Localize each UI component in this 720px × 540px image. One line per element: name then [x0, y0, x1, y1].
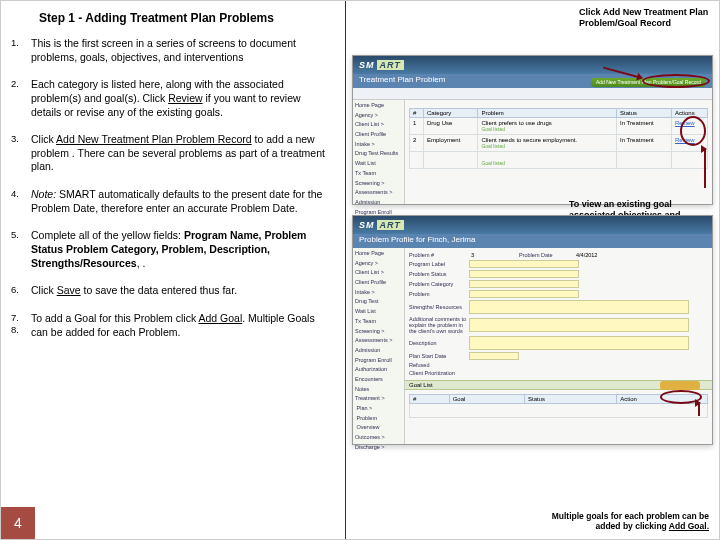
arrow-review-vert [704, 148, 706, 188]
screenshots-column: Click Add New Treatment Plan Problem/Goa… [346, 1, 719, 539]
callout-bottom: Multiple goals for each problem can be a… [549, 511, 709, 531]
content-2: Problem #3Problem Date4/4/2012Program La… [405, 248, 712, 444]
callout-top: Click Add New Treatment Plan Problem/Goa… [579, 7, 709, 29]
screenshot-treatment-plan-problem: SMART Treatment Plan Problem Home PageAg… [352, 55, 713, 205]
sidenav-2: Home PageAgency >Client List >Client Pro… [353, 248, 405, 444]
instruction-list: 1.This is the first screen in a series o… [11, 37, 333, 339]
step-title: Step 1 - Adding Treatment Plan Problems [39, 11, 333, 25]
oval-add-button [642, 74, 710, 88]
panel-title-2: Problem Profile for Finch, Jerima [353, 234, 712, 248]
sidenav-1: Home PageAgency >Client List >Client Pro… [353, 100, 405, 204]
add-goal-button[interactable] [660, 381, 700, 390]
oval-review [680, 116, 706, 146]
instruction-column: Step 1 - Adding Treatment Plan Problems … [1, 1, 346, 539]
smart-logo-2: SMART [353, 216, 712, 234]
content-1: Add New Treatment Plan Problem/Goal Reco… [405, 100, 712, 204]
screenshot-problem-profile: SMART Problem Profile for Finch, Jerima … [352, 215, 713, 445]
problem-table: #CategoryProblemStatusActions 1Drug UseC… [409, 108, 708, 169]
arrow-add-goal [698, 402, 700, 416]
smart-logo: SMART [353, 56, 712, 74]
page-number: 4 [1, 507, 35, 539]
toolbar-1 [353, 88, 712, 100]
